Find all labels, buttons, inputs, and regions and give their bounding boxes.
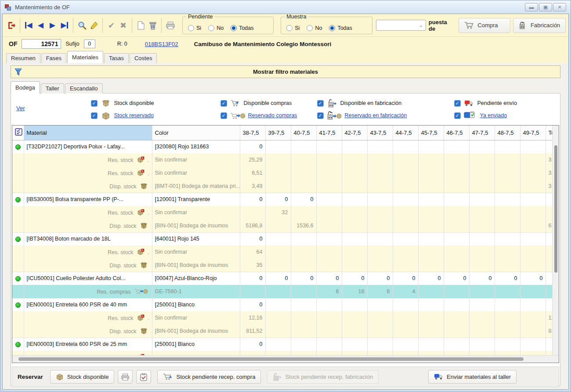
cell-size-41-7,5[interactable] bbox=[316, 180, 342, 193]
print-button[interactable] bbox=[164, 18, 176, 32]
cell-description[interactable]: Sin confirmar bbox=[152, 166, 240, 180]
cell-size-41-7,5[interactable] bbox=[316, 166, 342, 180]
cell-size-46-7,5[interactable] bbox=[444, 324, 469, 338]
cell-size-45-7,5[interactable] bbox=[418, 153, 444, 166]
cell-size-42-7,5[interactable] bbox=[342, 206, 367, 219]
cell-size-47-7,5[interactable] bbox=[469, 206, 495, 219]
cell-size-38-7,5[interactable]: 25,29 bbox=[240, 153, 265, 166]
cell-size-39-7,5[interactable] bbox=[265, 219, 291, 232]
cell-size-47-7,5[interactable] bbox=[469, 338, 495, 351]
cell-size-44-7,5[interactable] bbox=[393, 351, 418, 355]
checkbox-checked-icon[interactable]: ✓ bbox=[220, 100, 227, 107]
exit-button[interactable] bbox=[5, 18, 17, 32]
cell-size-44-7,5[interactable] bbox=[393, 324, 418, 338]
cell-size-49-7,5[interactable] bbox=[520, 311, 546, 324]
cell-size-40-7,5[interactable]: 1536,6 bbox=[291, 219, 316, 232]
cell-size-47-7,5[interactable] bbox=[469, 219, 495, 232]
cell-size-42-7,5[interactable] bbox=[342, 166, 367, 180]
cell-size-40-7,5[interactable] bbox=[291, 166, 316, 180]
cell-description[interactable]: Sin confirmar bbox=[152, 153, 240, 166]
of-number-input[interactable]: 12571 bbox=[22, 39, 61, 49]
cell-size-49-7,5[interactable] bbox=[520, 153, 546, 166]
column-header-color[interactable]: Color bbox=[152, 126, 240, 140]
cell-size-48-7,5[interactable] bbox=[495, 193, 520, 206]
cell-size-39-7,5[interactable]: 32 bbox=[265, 206, 291, 219]
new-document-button[interactable] bbox=[135, 18, 147, 32]
table-row[interactable]: [ICU50001] Cuello Poliester Adulto Col..… bbox=[12, 272, 559, 285]
muestra-si-radio[interactable]: Si bbox=[286, 25, 300, 31]
cell-size-45-7,5[interactable] bbox=[418, 324, 444, 338]
cell-size-38-7,5[interactable]: 0 bbox=[240, 140, 265, 153]
cell-size-43-7,5[interactable] bbox=[367, 180, 393, 193]
reservar-stock-disponible-button[interactable]: Stock disponible bbox=[50, 370, 115, 384]
cell-color[interactable]: [320080] Rojo 181663 bbox=[152, 140, 240, 153]
cell-size-45-7,5[interactable]: 0 bbox=[418, 272, 444, 285]
table-row[interactable]: Disp. stock[BIN-001] Bodega de insumos35 bbox=[12, 259, 559, 272]
cell-size-39-7,5[interactable] bbox=[265, 338, 291, 351]
cell-color[interactable]: [120001] Transparente bbox=[152, 193, 240, 206]
confirm-button[interactable]: ✔ bbox=[105, 18, 117, 32]
column-header-size-45-7,5[interactable]: 45-7,5 bbox=[418, 126, 444, 140]
cell-size-43-7,5[interactable] bbox=[367, 153, 393, 166]
filter-reservado-compras[interactable]: ✓ Reservado compras bbox=[220, 111, 317, 120]
cell-size-48-7,5[interactable] bbox=[495, 232, 520, 245]
cell-sub-label[interactable]: Disp. stock bbox=[24, 259, 152, 272]
print-reserve-button[interactable] bbox=[118, 370, 133, 384]
cell-size-46-7,5[interactable] bbox=[444, 140, 469, 153]
cell-size-38-7,5[interactable]: 35 bbox=[240, 259, 265, 272]
cell-size-39-7,5[interactable] bbox=[265, 298, 291, 311]
filter-disponible-compras[interactable]: ✓ Disponible compras bbox=[220, 100, 317, 107]
cell-size-42-7,5[interactable] bbox=[342, 180, 367, 193]
cell-size-48-7,5[interactable] bbox=[495, 166, 520, 180]
cell-material[interactable]: [IBT34008] Boton marcado de 18L bbox=[24, 232, 152, 245]
cell-size-38-7,5[interactable]: 5186,8 bbox=[240, 219, 265, 232]
cell-size-48-7,5[interactable] bbox=[495, 245, 520, 259]
cell-size-42-7,5[interactable] bbox=[342, 298, 367, 311]
cell-size-49-7,5[interactable] bbox=[520, 193, 546, 206]
table-row[interactable]: [IBS30005] Bolsa transparente PP (P-...[… bbox=[12, 193, 559, 206]
delete-button[interactable] bbox=[147, 18, 159, 32]
cell-size-48-7,5[interactable] bbox=[495, 338, 520, 351]
cell-size-44-7,5[interactable]: 4 bbox=[393, 285, 418, 298]
cell-size-48-7,5[interactable] bbox=[495, 153, 520, 166]
cell-size-44-7,5[interactable] bbox=[393, 166, 418, 180]
filter-stock-disponible[interactable]: ✓ Stock disponible bbox=[91, 99, 220, 107]
cell-size-44-7,5[interactable] bbox=[393, 298, 418, 311]
filter-ya-enviado[interactable]: ✓ Ya enviado bbox=[454, 111, 564, 120]
cell-size-46-7,5[interactable] bbox=[444, 245, 469, 259]
cell-description[interactable]: [BMT-001] Bodega de materia pri... bbox=[152, 180, 240, 193]
cell-size-42-7,5[interactable]: 0 bbox=[342, 272, 367, 285]
cell-size-44-7,5[interactable] bbox=[393, 206, 418, 219]
cell-sub-label[interactable]: Res. stock . bbox=[24, 351, 152, 355]
cell-size-38-7,5[interactable]: 4,8 bbox=[240, 351, 265, 355]
cell-size-45-7,5[interactable] bbox=[418, 180, 444, 193]
cell-size-43-7,5[interactable] bbox=[367, 166, 393, 180]
cell-size-48-7,5[interactable] bbox=[495, 285, 520, 298]
cell-size-45-7,5[interactable] bbox=[418, 311, 444, 324]
cell-size-48-7,5[interactable] bbox=[495, 140, 520, 153]
confirm-list-button[interactable] bbox=[136, 370, 151, 384]
cell-size-47-7,5[interactable] bbox=[469, 351, 495, 355]
cell-size-46-7,5[interactable] bbox=[444, 153, 469, 166]
tab-taller[interactable]: Taller bbox=[41, 83, 64, 94]
table-row[interactable]: [IBT34008] Boton marcado de 18L[640011] … bbox=[12, 232, 559, 245]
cell-size-44-7,5[interactable] bbox=[393, 193, 418, 206]
cell-size-38-7,5[interactable]: 0 bbox=[240, 272, 265, 285]
edit-button[interactable] bbox=[88, 18, 100, 32]
cancel-button[interactable]: ✖ bbox=[117, 18, 129, 32]
minimize-button[interactable]: ▬ bbox=[525, 3, 538, 11]
cell-size-47-7,5[interactable] bbox=[469, 311, 495, 324]
cell-size-40-7,5[interactable] bbox=[291, 324, 316, 338]
cell-color[interactable]: [00047] Azul-Blanco-Rojo bbox=[152, 272, 240, 285]
cell-size-39-7,5[interactable] bbox=[265, 166, 291, 180]
cell-size-45-7,5[interactable] bbox=[418, 140, 444, 153]
cell-color[interactable]: [250001] Blanco bbox=[152, 298, 240, 311]
cell-size-46-7,5[interactable] bbox=[444, 206, 469, 219]
checkbox-checked-icon[interactable]: ✓ bbox=[454, 112, 461, 119]
cell-size-48-7,5[interactable] bbox=[495, 351, 520, 355]
pendiente-no-radio[interactable]: No bbox=[208, 25, 224, 31]
cell-size-42-7,5[interactable] bbox=[342, 259, 367, 272]
radio-checked-icon[interactable] bbox=[329, 25, 335, 31]
materials-filter-bar[interactable]: Mostrar filtro materiales bbox=[11, 65, 560, 78]
cell-size-42-7,5[interactable] bbox=[342, 219, 367, 232]
